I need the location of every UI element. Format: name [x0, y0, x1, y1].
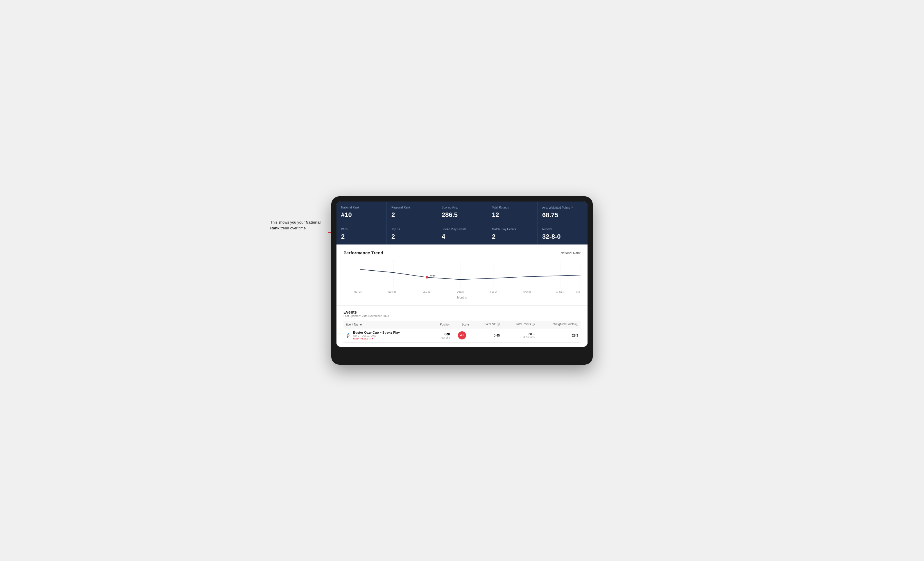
tablet-frame: National Rank #10 Regional Rank 2 Scorin…: [331, 196, 593, 365]
stats-grid-row1: National Rank #10 Regional Rank 2 Scorin…: [336, 202, 588, 223]
stat-national-rank: National Rank #10: [336, 202, 387, 223]
stats-grid-row2: Wins 2 Top 3s 2 Stroke Play Events 4 Mat…: [336, 223, 588, 244]
months-axis-label: Months: [344, 296, 580, 299]
svg-text:NOV 23: NOV 23: [388, 291, 396, 293]
events-last-updated: Last updated: 24th November 2023: [344, 314, 580, 318]
col-event-name: Event Name: [344, 320, 430, 328]
table-header-row: Event Name Position Score Event SG ⓘ Tot…: [344, 320, 580, 328]
stat-match-play-events: Match Play Events 2: [487, 223, 537, 244]
rank-impact: Rank Impact: 3 ▼: [353, 337, 400, 340]
events-title: Events: [344, 310, 580, 314]
svg-text:• #10: • #10: [430, 274, 435, 277]
table-row[interactable]: 🏌 Buster Cozy Cup – Stroke Play Oct 9 - …: [344, 328, 580, 343]
stat-scoring-avg: Scoring Avg. 286.5: [437, 202, 487, 223]
svg-point-13: [426, 276, 428, 279]
stat-regional-rank: Regional Rank 2: [387, 202, 437, 223]
event-weighted-points: 28.3: [537, 328, 580, 343]
stat-total-rounds: Total Rounds 12: [487, 202, 537, 223]
col-position: Position: [430, 320, 452, 328]
performance-title: Performance Trend: [344, 250, 383, 255]
svg-text:DEC 23: DEC 23: [423, 291, 430, 293]
event-score: -22: [452, 328, 471, 343]
event-date: Oct 9 - Oct 10, 2023: [353, 334, 400, 337]
stat-wins: Wins 2: [336, 223, 387, 244]
col-weighted-points: Weighted Points ⓘ: [537, 320, 580, 328]
chart-container: • #10 OCT 23 NOV 23 DEC 23 JAN 24 FEB 24…: [344, 260, 580, 295]
col-total-points: Total Points ⓘ: [502, 320, 537, 328]
performance-header: Performance Trend National Rank: [344, 250, 580, 255]
svg-text:APR 24: APR 24: [556, 291, 564, 293]
stat-record: Record 32-8-0: [537, 223, 588, 244]
tablet-screen: National Rank #10 Regional Rank 2 Scorin…: [336, 202, 588, 347]
stat-top3s: Top 3s 2: [387, 223, 437, 244]
event-name: Buster Cozy Cup – Stroke Play: [353, 331, 400, 334]
performance-section: Performance Trend National Rank: [336, 244, 588, 305]
content-area: National Rank #10 Regional Rank 2 Scorin…: [336, 202, 588, 347]
event-type-icon: 🏌: [346, 333, 351, 338]
col-score: Score: [452, 320, 471, 328]
chart-svg: • #10 OCT 23 NOV 23 DEC 23 JAN 24 FEB 24…: [344, 260, 580, 295]
score-badge: -22: [458, 331, 466, 340]
stat-stroke-play-events: Stroke Play Events 4: [437, 223, 487, 244]
event-total-points: 28.3 3 Rounds: [502, 328, 537, 343]
events-table: Event Name Position Score Event SG ⓘ Tot…: [344, 320, 580, 343]
svg-text:OCT 23: OCT 23: [354, 291, 362, 293]
svg-text:MAR 24: MAR 24: [523, 291, 531, 293]
stat-avg-weighted-points: Avg. Weighted Points ⓘ 68.75: [537, 202, 588, 223]
svg-text:FEB 24: FEB 24: [490, 291, 498, 293]
event-name-cell: 🏌 Buster Cozy Cup – Stroke Play Oct 9 - …: [344, 328, 430, 343]
svg-text:JAN 24: JAN 24: [457, 291, 464, 293]
performance-label: National Rank: [561, 251, 580, 255]
col-event-sg: Event SG ⓘ: [471, 320, 502, 328]
event-sg: 0.45: [471, 328, 502, 343]
annotation-text: This shows you your National Rank trend …: [270, 220, 326, 231]
svg-text:MAY 24: MAY 24: [576, 291, 580, 293]
event-position: 6th out of 7: [430, 328, 452, 343]
events-section: Events Last updated: 24th November 2023 …: [336, 306, 588, 347]
